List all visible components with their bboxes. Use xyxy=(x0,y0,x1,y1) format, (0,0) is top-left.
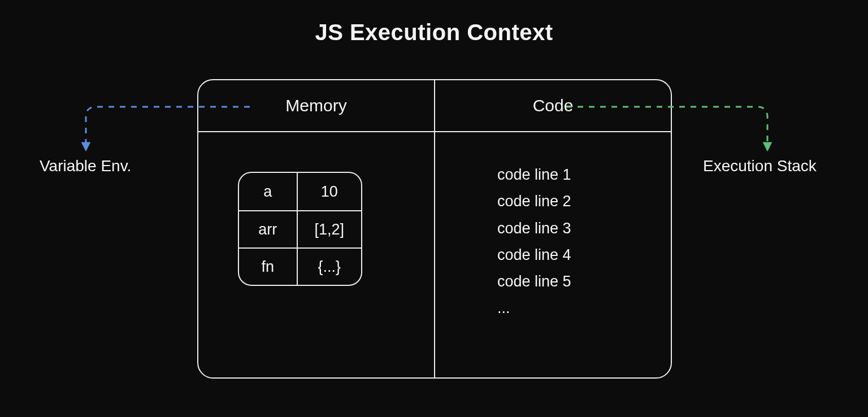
memory-key: arr xyxy=(239,211,298,247)
body-area: a 10 arr [1,2] fn {...} code line 1 code… xyxy=(198,132,671,377)
code-line: code line 2 xyxy=(497,188,571,215)
memory-value: 10 xyxy=(298,173,361,210)
code-line: code line 1 xyxy=(497,162,571,188)
code-lines: code line 1 code line 2 code line 3 code… xyxy=(497,162,571,322)
memory-row: a 10 xyxy=(239,173,361,210)
memory-value: {...} xyxy=(298,249,361,285)
memory-table: a 10 arr [1,2] fn {...} xyxy=(238,172,362,286)
memory-header: Memory xyxy=(198,80,434,131)
execution-context-box: Memory Code a 10 arr [1,2] fn {...} xyxy=(197,79,672,379)
execution-stack-label: Execution Stack xyxy=(703,157,817,175)
memory-key: fn xyxy=(239,249,298,285)
diagram-title: JS Execution Context xyxy=(0,20,868,45)
memory-key: a xyxy=(239,173,298,210)
variable-env-label: Variable Env. xyxy=(40,157,131,175)
code-line: code line 5 xyxy=(497,268,571,295)
memory-column: a 10 arr [1,2] fn {...} xyxy=(198,132,434,377)
code-line: ... xyxy=(497,295,571,322)
code-line: code line 4 xyxy=(497,242,571,268)
memory-value: [1,2] xyxy=(298,211,361,247)
memory-row: fn {...} xyxy=(239,247,361,285)
code-header: Code xyxy=(435,80,671,131)
column-headers: Memory Code xyxy=(198,80,671,131)
code-line: code line 3 xyxy=(497,215,571,242)
memory-row: arr [1,2] xyxy=(239,210,361,247)
code-column: code line 1 code line 2 code line 3 code… xyxy=(435,132,671,377)
